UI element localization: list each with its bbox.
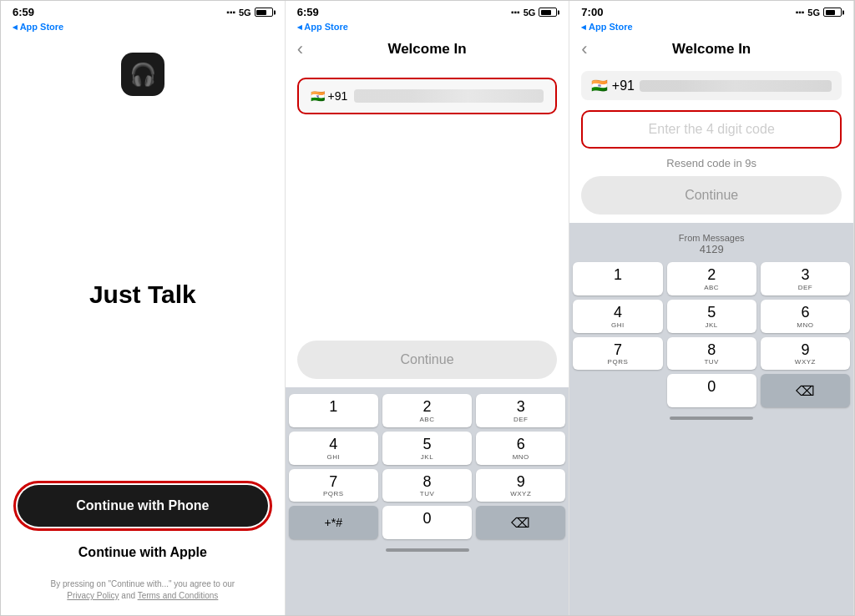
phone-input-box[interactable]: 🇮🇳 +91 <box>297 78 558 114</box>
key-delete-p3[interactable]: ⌫ <box>761 374 850 407</box>
phone-display-row: 🇮🇳 +91 <box>569 64 853 105</box>
app-title: Just Talk <box>89 280 196 309</box>
key-5-p3[interactable]: 5JKL <box>667 300 756 333</box>
suggestion-bar: From Messages 4129 <box>573 230 850 262</box>
key-1-p2[interactable]: 1 <box>289 394 378 427</box>
key-row-1-p2: 1 2ABC 3DEF <box>289 394 566 427</box>
keyboard-2: 1 2ABC 3DEF 4GHI 5JKL 6MNO 7PQRS 8TUV 9W… <box>286 387 569 615</box>
back-btn-2[interactable]: ◂ App Store <box>297 22 348 33</box>
key-row-4-p2: +*# 0 ⌫ <box>289 506 566 539</box>
nav-back-2[interactable]: ‹ <box>297 38 303 60</box>
status-bar-1: 6:59 ▪▪▪ 5G <box>1 1 285 22</box>
panel-1: 6:59 ▪▪▪ 5G ◂ App Store 🎧 Just Talk Cont… <box>1 1 286 615</box>
keyboard-3: From Messages 4129 1 2ABC 3DEF 4GHI 5JKL… <box>569 223 853 615</box>
key-6-p3[interactable]: 6MNO <box>761 300 850 333</box>
privacy-policy-link[interactable]: Privacy Policy <box>67 591 119 600</box>
continue-btn-2[interactable]: Continue <box>297 341 558 379</box>
key-7-p3[interactable]: 7PQRS <box>573 337 662 371</box>
nav-bar-3: ‹ Welcome In <box>569 36 853 64</box>
battery-icon-1 <box>255 8 273 17</box>
key-5-p2[interactable]: 5JKL <box>382 432 472 465</box>
app-store-bar-3: ◂ App Store <box>569 22 853 36</box>
battery-icon-3 <box>823 8 842 17</box>
key-4-p3[interactable]: 4GHI <box>573 300 662 333</box>
home-indicator-3 <box>573 412 850 423</box>
network-1: 5G <box>239 8 251 18</box>
status-right-2: ▪▪▪ 5G <box>511 8 557 18</box>
nav-title-2: Welcome In <box>387 41 466 58</box>
signal-icon-2: ▪▪▪ <box>511 8 520 17</box>
key-row-4-p3: 0 ⌫ <box>573 374 850 407</box>
time-3: 7:00 <box>581 6 603 18</box>
key-empty-p3 <box>573 374 662 407</box>
back-btn-1[interactable]: ◂ App Store <box>13 22 63 33</box>
key-7-p2[interactable]: 7PQRS <box>289 469 378 502</box>
app-store-bar-2: ◂ App Store <box>286 22 569 36</box>
home-indicator-2 <box>289 543 566 555</box>
key-3-p2[interactable]: 3DEF <box>476 394 565 427</box>
nav-back-3[interactable]: ‹ <box>581 38 587 60</box>
key-9-p2[interactable]: 9WXYZ <box>476 469 565 502</box>
battery-icon-2 <box>539 8 557 17</box>
key-4-p2[interactable]: 4GHI <box>289 432 378 465</box>
nav-bar-2: ‹ Welcome In <box>286 36 569 64</box>
signal-icon-1: ▪▪▪ <box>226 8 235 17</box>
phone-input-area: 🇮🇳 +91 <box>286 64 569 123</box>
app-store-bar-1: ◂ App Store <box>1 22 285 36</box>
key-8-p2[interactable]: 8TUV <box>382 469 472 502</box>
suggestion-code[interactable]: 4129 <box>700 243 724 255</box>
home-bar-2 <box>386 548 469 552</box>
footer-text: By pressing on "Continue with..." you ag… <box>51 578 235 602</box>
key-2-p2[interactable]: 2ABC <box>382 394 472 427</box>
status-right-3: ▪▪▪ 5G <box>796 8 842 18</box>
terms-link[interactable]: Terms and Conditions <box>138 591 219 600</box>
key-special-p2[interactable]: +*# <box>289 506 378 539</box>
flag-2: 🇮🇳 +91 <box>311 89 348 103</box>
panel-3: 7:00 ▪▪▪ 5G ◂ App Store ‹ Welcome In 🇮🇳 … <box>569 1 854 615</box>
flag-3: 🇮🇳 +91 <box>591 78 635 93</box>
key-row-2-p2: 4GHI 5JKL 6MNO <box>289 432 566 465</box>
status-bar-2: 6:59 ▪▪▪ 5G <box>286 1 569 22</box>
panel1-buttons: Continue with Phone Continue with Apple <box>18 485 268 568</box>
key-row-2-p3: 4GHI 5JKL 6MNO <box>573 300 850 333</box>
resend-text: Resend code in 9s <box>569 152 853 176</box>
key-delete-p2[interactable]: ⌫ <box>476 506 565 539</box>
key-2-p3[interactable]: 2ABC <box>667 262 756 295</box>
network-3: 5G <box>807 8 820 18</box>
signal-icon-3: ▪▪▪ <box>796 8 805 17</box>
key-0-p3[interactable]: 0 <box>667 374 756 407</box>
continue-btn-3[interactable]: Continue <box>581 176 842 215</box>
key-6-p2[interactable]: 6MNO <box>476 432 565 465</box>
panel-2: 6:59 ▪▪▪ 5G ◂ App Store ‹ Welcome In 🇮🇳 … <box>286 1 570 615</box>
key-row-1-p3: 1 2ABC 3DEF <box>573 262 850 295</box>
code-input-box[interactable]: Enter the 4 digit code <box>581 110 842 149</box>
home-bar-3 <box>670 417 753 420</box>
status-right-1: ▪▪▪ 5G <box>226 8 272 18</box>
continue-apple-button[interactable]: Continue with Apple <box>18 537 268 568</box>
time-1: 6:59 <box>13 6 34 18</box>
key-3-p3[interactable]: 3DEF <box>761 262 850 295</box>
status-bar-3: 7:00 ▪▪▪ 5G <box>569 1 853 22</box>
key-row-3-p2: 7PQRS 8TUV 9WXYZ <box>289 469 566 502</box>
panel1-content: 🎧 Just Talk Continue with Phone Continue… <box>1 36 285 615</box>
phone-blur-3 <box>640 80 832 92</box>
key-9-p3[interactable]: 9WXYZ <box>761 337 850 371</box>
code-input-area: Enter the 4 digit code <box>569 105 853 152</box>
nav-title-3: Welcome In <box>672 41 751 58</box>
key-8-p3[interactable]: 8TUV <box>667 337 756 371</box>
time-2: 6:59 <box>297 6 319 18</box>
key-1-p3[interactable]: 1 <box>573 262 662 295</box>
continue-phone-button[interactable]: Continue with Phone <box>18 485 268 527</box>
app-logo: 🎧 <box>121 53 164 96</box>
code-placeholder: Enter the 4 digit code <box>649 122 775 137</box>
suggestion-title: From Messages <box>679 233 745 243</box>
back-btn-3[interactable]: ◂ App Store <box>581 22 632 33</box>
phone-number-blur <box>354 89 544 103</box>
phone-display-box: 🇮🇳 +91 <box>581 71 842 100</box>
network-2: 5G <box>524 8 536 18</box>
key-0-p2[interactable]: 0 <box>382 506 472 539</box>
key-row-3-p3: 7PQRS 8TUV 9WXYZ <box>573 337 850 371</box>
